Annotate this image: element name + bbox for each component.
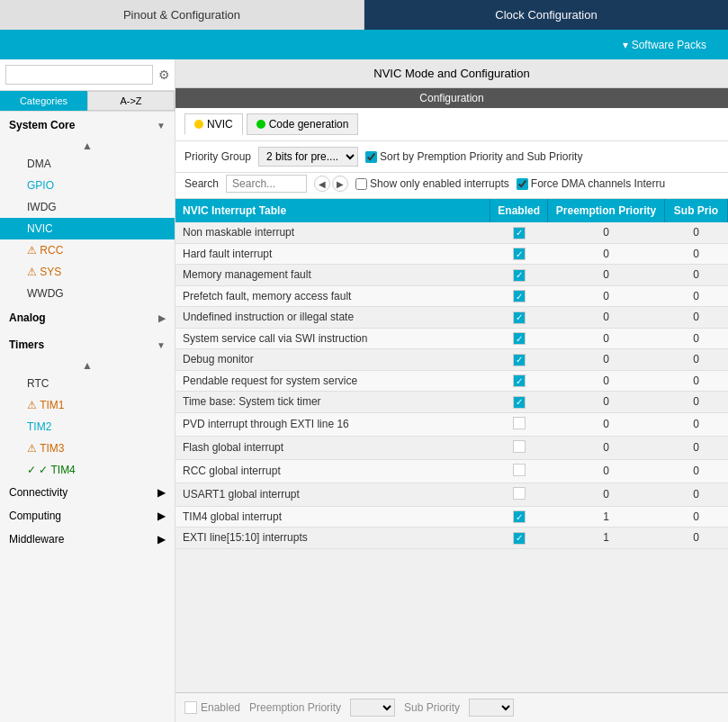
bottom-sub-select[interactable] [469, 699, 514, 717]
section-connectivity[interactable]: Connectivity ▶ [0, 481, 175, 504]
software-packs-bar[interactable]: ▾ Software Packs [0, 30, 728, 59]
section-computing[interactable]: Computing ▶ [0, 504, 175, 528]
disabled-checkbox[interactable] [513, 440, 526, 453]
enabled-checkbox[interactable]: ✓ [513, 311, 526, 324]
sidebar-item-dma[interactable]: DMA [0, 153, 175, 175]
show-enabled-label: Show only enabled interrupts [370, 177, 509, 190]
tab-categories[interactable]: Categories [0, 91, 87, 111]
scroll-up-icon-timers[interactable]: ▲ [82, 360, 93, 371]
enabled-cell[interactable]: ✓ [490, 243, 548, 265]
enabled-checkbox[interactable]: ✓ [513, 269, 526, 282]
search-input[interactable] [226, 175, 307, 193]
sidebar-item-rcc[interactable]: RCC [0, 239, 175, 261]
sidebar-item-gpio[interactable]: GPIO [0, 175, 175, 196]
tab-az[interactable]: A->Z [87, 91, 175, 111]
enabled-checkbox[interactable]: ✓ [513, 354, 526, 366]
sub-priority-cell: 0 [665, 392, 728, 413]
bottom-preemption-label: Preemption Priority [249, 701, 341, 714]
enabled-cell[interactable]: ✓ [490, 349, 548, 371]
bottom-preemption-select[interactable] [350, 699, 395, 717]
gear-icon[interactable]: ⚙ [158, 68, 170, 82]
interrupt-name-cell: EXTI line[15:10] interrupts [175, 528, 490, 549]
preemption-cell: 0 [548, 222, 665, 243]
priority-group-label: Priority Group [184, 150, 251, 163]
enabled-checkbox[interactable]: ✓ [513, 375, 526, 387]
sidebar-item-tim2[interactable]: TIM2 [0, 416, 175, 438]
sub-priority-cell: 0 [665, 528, 728, 549]
preemption-cell: 0 [548, 436, 665, 459]
tab-code-generation[interactable]: Code generation [247, 113, 359, 135]
bottom-enabled-container: Enabled [184, 701, 240, 714]
code-gen-dot-icon [256, 120, 265, 129]
show-enabled-checkbox[interactable] [355, 178, 367, 190]
col-interrupt-name: NVIC Interrupt Table [175, 199, 490, 222]
preemption-cell: 0 [548, 285, 665, 307]
nvic-table: NVIC Interrupt Table Enabled Preemption … [175, 199, 728, 549]
sidebar-search-input[interactable] [5, 65, 153, 85]
interrupt-name-cell: Non maskable interrupt [175, 222, 490, 243]
clock-tab[interactable]: Clock Configuration [364, 0, 728, 30]
enabled-cell[interactable]: ✓ [490, 222, 548, 243]
enabled-checkbox[interactable]: ✓ [513, 332, 526, 345]
table-row: Time base: System tick timer✓00 [175, 392, 728, 413]
enabled-checkbox[interactable]: ✓ [513, 396, 526, 409]
enabled-cell[interactable]: ✓ [490, 307, 548, 329]
sidebar-item-sys[interactable]: SYS [0, 261, 175, 283]
sidebar-item-tim1[interactable]: TIM1 [0, 394, 175, 416]
sub-priority-cell: 0 [665, 436, 728, 459]
sidebar-item-rtc[interactable]: RTC [0, 373, 175, 394]
sort-checkbox[interactable] [365, 151, 377, 163]
enabled-cell[interactable]: ✓ [490, 265, 548, 286]
section-timers: Timers ▼ ▲ RTC TIM1 TIM2 TIM3 ✓ TIM4 [0, 331, 175, 481]
sidebar-item-tim4[interactable]: ✓ TIM4 [0, 459, 175, 481]
force-dma-label: Force DMA channels Interru [531, 177, 665, 190]
scroll-up-icon[interactable]: ▲ [82, 140, 93, 151]
content-area: NVIC Mode and Configuration Configuratio… [175, 59, 728, 722]
toolbar: Priority Group 2 bits for pre.... Sort b… [175, 141, 728, 173]
preemption-cell: 0 [548, 392, 665, 413]
chevron-right-icon: ▶ [158, 313, 166, 323]
bottom-enabled-checkbox[interactable] [184, 701, 197, 714]
col-preemption: Preemption Priority [548, 199, 665, 222]
enabled-checkbox[interactable]: ✓ [513, 227, 526, 239]
section-timers-header[interactable]: Timers ▼ [0, 331, 175, 358]
search-prev-icon[interactable]: ◀ [314, 176, 330, 192]
sidebar-item-wwdg[interactable]: WWDG [0, 283, 175, 304]
enabled-cell[interactable]: ✓ [490, 392, 548, 413]
enabled-cell[interactable]: ✓ [490, 528, 548, 549]
enabled-cell[interactable]: ✓ [490, 370, 548, 392]
enabled-cell[interactable] [490, 436, 548, 459]
enabled-cell[interactable]: ✓ [490, 328, 548, 349]
interrupt-name-cell: Flash global interrupt [175, 436, 490, 459]
section-analog-header[interactable]: Analog ▶ [0, 304, 175, 331]
enabled-cell[interactable]: ✓ [490, 506, 548, 528]
section-middleware[interactable]: Middleware ▶ [0, 528, 175, 551]
sidebar-item-iwdg[interactable]: IWDG [0, 196, 175, 218]
enabled-checkbox[interactable]: ✓ [513, 290, 526, 302]
enabled-cell[interactable] [490, 459, 548, 483]
force-dma-checkbox[interactable] [517, 178, 528, 190]
enabled-checkbox[interactable]: ✓ [513, 532, 526, 545]
search-bar: ⚙ [0, 59, 175, 91]
sidebar-item-tim3[interactable]: TIM3 [0, 438, 175, 459]
pinout-tab[interactable]: Pinout & Configuration [0, 0, 364, 30]
search-toolbar: Search ◀ ▶ Show only enabled interrupts … [175, 173, 728, 199]
search-next-icon[interactable]: ▶ [332, 176, 348, 192]
sidebar-item-nvic[interactable]: NVIC [0, 218, 175, 239]
enabled-checkbox[interactable]: ✓ [513, 510, 526, 523]
disabled-checkbox[interactable] [513, 487, 526, 500]
tab-nvic[interactable]: NVIC [184, 113, 243, 135]
disabled-checkbox[interactable] [513, 464, 526, 476]
disabled-checkbox[interactable] [513, 417, 526, 429]
enabled-cell[interactable] [490, 412, 548, 436]
enabled-cell[interactable]: ✓ [490, 285, 548, 307]
priority-group-select[interactable]: 2 bits for pre.... [258, 147, 358, 167]
sub-priority-cell: 0 [665, 285, 728, 307]
section-system-core-header[interactable]: System Core ▼ [0, 112, 175, 139]
interrupt-name-cell: Debug monitor [175, 349, 490, 371]
enabled-checkbox[interactable]: ✓ [513, 248, 526, 260]
section-timers-label: Timers [9, 338, 44, 351]
interrupt-name-cell: Memory management fault [175, 265, 490, 286]
table-row: Undefined instruction or illegal state✓0… [175, 307, 728, 329]
enabled-cell[interactable] [490, 483, 548, 506]
